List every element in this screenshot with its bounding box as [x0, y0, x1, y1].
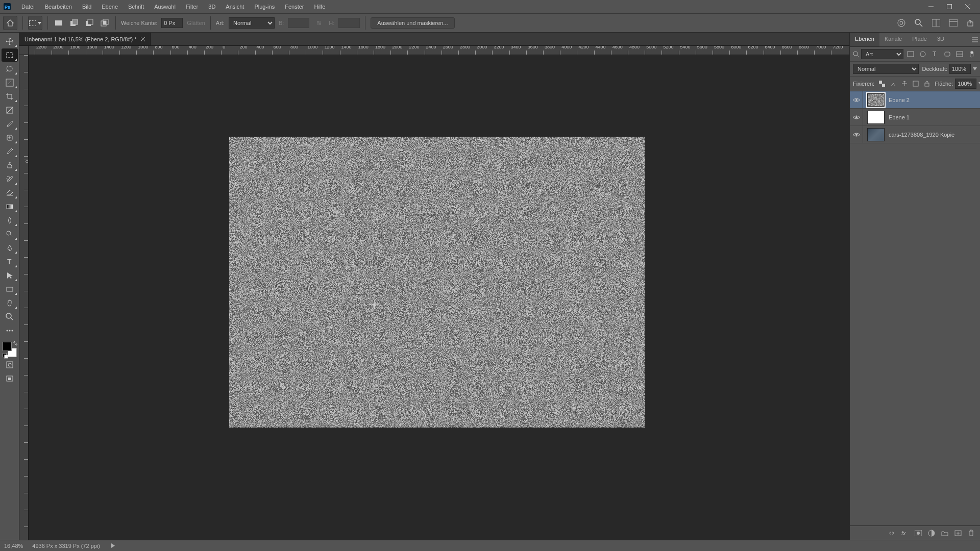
link-layers-icon[interactable]: [887, 529, 896, 538]
blend-mode-dropdown[interactable]: Normal: [853, 64, 919, 74]
menu-item-fenster[interactable]: Fenster: [280, 2, 309, 12]
canvas-viewport[interactable]: 2200200018001600140012001000800600400200…: [19, 46, 849, 540]
layer-thumbnail[interactable]: [867, 128, 885, 141]
history-brush-tool[interactable]: [2, 172, 18, 186]
layer-visibility-toggle[interactable]: [850, 109, 863, 126]
maximize-button[interactable]: [940, 1, 959, 13]
menu-item-hilfe[interactable]: Hilfe: [309, 2, 330, 12]
filter-toggle-switch[interactable]: [967, 49, 977, 59]
opacity-input[interactable]: [949, 64, 971, 74]
search-icon[interactable]: [913, 17, 925, 29]
type-tool[interactable]: T: [2, 255, 18, 268]
panel-menu-icon[interactable]: [970, 33, 980, 46]
delete-layer-icon[interactable]: [967, 529, 976, 538]
menu-item-ansicht[interactable]: Ansicht: [220, 2, 249, 12]
new-group-icon[interactable]: [940, 529, 949, 538]
vertical-ruler[interactable]: 0: [19, 55, 29, 540]
edit-toolbar[interactable]: [2, 324, 18, 337]
ruler-corner[interactable]: [19, 46, 29, 55]
lock-artboard-icon[interactable]: [911, 79, 920, 88]
layer-visibility-toggle[interactable]: [850, 91, 863, 108]
panel-tab-pfade[interactable]: Pfade: [907, 33, 932, 46]
hand-tool[interactable]: [2, 296, 18, 310]
screen-mode-toggle[interactable]: [2, 372, 18, 385]
frame-tool[interactable]: [2, 104, 18, 117]
menu-item-bearbeiten[interactable]: Bearbeiten: [40, 2, 77, 12]
lock-position-icon[interactable]: [900, 79, 909, 88]
home-button[interactable]: [3, 16, 17, 30]
layer-thumbnail[interactable]: [867, 111, 885, 124]
clone-stamp-tool[interactable]: [2, 159, 18, 172]
selection-subtract-button[interactable]: [84, 17, 95, 29]
menu-item-auswahl[interactable]: Auswahl: [149, 2, 181, 12]
menu-item-ebene[interactable]: Ebene: [96, 2, 123, 12]
fill-input[interactable]: [955, 79, 976, 89]
lock-all-icon[interactable]: [922, 79, 932, 88]
filter-pixel-icon[interactable]: [905, 49, 916, 59]
layer-filter-select[interactable]: Art: [861, 49, 903, 59]
layer-name[interactable]: cars-1273808_1920 Kopie: [889, 132, 976, 138]
menu-item-datei[interactable]: Datei: [16, 2, 40, 12]
filter-adjustment-icon[interactable]: [918, 49, 928, 59]
menu-item-filter[interactable]: Filter: [181, 2, 203, 12]
tool-preset-picker[interactable]: [28, 16, 42, 30]
menu-item-plug-ins[interactable]: Plug-ins: [249, 2, 280, 12]
lasso-tool[interactable]: [2, 62, 18, 76]
panel-tab-3d[interactable]: 3D: [932, 33, 949, 46]
layer-row[interactable]: cars-1273808_1920 Kopie: [850, 126, 980, 143]
new-layer-icon[interactable]: [953, 529, 963, 538]
share-button-icon[interactable]: [965, 17, 977, 29]
layer-name[interactable]: Ebene 2: [889, 97, 976, 103]
eraser-tool[interactable]: [2, 186, 18, 199]
status-zoom[interactable]: 16,48%: [4, 543, 23, 549]
rectangular-marquee-tool[interactable]: [2, 48, 18, 62]
menu-item-3d[interactable]: 3D: [203, 2, 220, 12]
arrange-documents-icon[interactable]: [930, 17, 942, 29]
menu-item-schrift[interactable]: Schrift: [123, 2, 149, 12]
selection-add-button[interactable]: [68, 17, 80, 29]
rectangle-shape-tool[interactable]: [2, 283, 18, 296]
quick-mask-toggle[interactable]: [2, 358, 18, 371]
close-button[interactable]: [959, 1, 977, 13]
layer-row[interactable]: Ebene 2: [850, 91, 980, 109]
path-selection-tool[interactable]: [2, 269, 18, 282]
lock-transparency-icon[interactable]: [877, 79, 887, 88]
panel-tab-ebenen[interactable]: Ebenen: [850, 33, 879, 46]
document-tab[interactable]: Unbenannt-1 bei 16,5% (Ebene 2, RGB/8#) …: [19, 33, 151, 45]
lock-pixels-icon[interactable]: [889, 79, 898, 88]
pen-tool[interactable]: [2, 241, 18, 255]
chevron-down-icon[interactable]: [973, 67, 977, 70]
workspace-switcher-icon[interactable]: [947, 17, 960, 29]
eyedropper-tool[interactable]: [2, 117, 18, 131]
gradient-tool[interactable]: [2, 200, 18, 213]
zoom-tool[interactable]: [2, 310, 18, 323]
blur-tool[interactable]: [2, 214, 18, 227]
minimize-button[interactable]: [922, 1, 940, 13]
filter-type-icon[interactable]: T: [930, 49, 940, 59]
layer-mask-icon[interactable]: [914, 529, 923, 538]
feather-input[interactable]: [161, 18, 183, 28]
selection-new-button[interactable]: [53, 17, 64, 29]
move-tool[interactable]: [2, 35, 18, 48]
filter-smart-icon[interactable]: [954, 49, 965, 59]
menu-item-bild[interactable]: Bild: [77, 2, 96, 12]
horizontal-ruler[interactable]: 2200200018001600140012001000800600400200…: [29, 46, 849, 55]
crop-tool[interactable]: [2, 90, 18, 103]
selection-style-dropdown[interactable]: Normal: [229, 17, 275, 29]
layer-visibility-toggle[interactable]: [850, 126, 863, 143]
swap-colors-icon[interactable]: [13, 341, 18, 346]
foreground-color-swatch[interactable]: [3, 342, 12, 351]
healing-brush-tool[interactable]: [2, 131, 18, 144]
filter-shape-icon[interactable]: [942, 49, 952, 59]
canvas-holder[interactable]: [29, 55, 849, 540]
adjustment-layer-icon[interactable]: [927, 529, 936, 538]
select-and-mask-button[interactable]: Auswählen und maskieren...: [371, 17, 454, 29]
close-tab-icon[interactable]: [141, 37, 145, 41]
cloud-document-icon[interactable]: [895, 17, 908, 29]
layer-name[interactable]: Ebene 1: [889, 114, 976, 120]
default-colors-icon[interactable]: [3, 353, 8, 358]
panel-tab-kanäle[interactable]: Kanäle: [879, 33, 907, 46]
canvas[interactable]: [229, 137, 645, 428]
status-doc-info[interactable]: 4936 Px x 3319 Px (72 ppi): [32, 543, 100, 549]
dodge-tool[interactable]: [2, 228, 18, 241]
